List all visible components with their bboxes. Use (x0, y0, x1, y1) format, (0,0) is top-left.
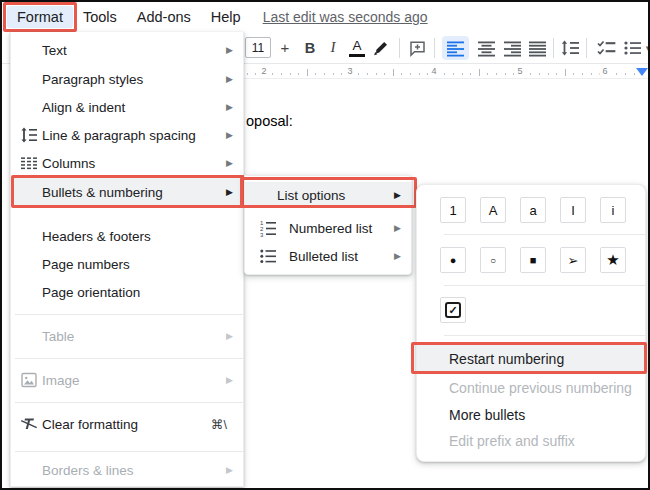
menu-item-label: Edit prefix and suffix (449, 433, 575, 449)
menu-item-numbered-list[interactable]: 1 2 3 Numbered list ▶ (245, 214, 411, 242)
ruler-mark: 5 (514, 66, 525, 76)
add-comment-icon[interactable] (406, 38, 428, 58)
svg-text:3: 3 (260, 232, 264, 237)
menu-item-align-indent[interactable]: Align & indent ▶ (11, 93, 243, 121)
toolbar-divider (586, 38, 587, 58)
number-style-upper-roman[interactable]: I (560, 197, 586, 223)
clear-formatting-icon (20, 415, 38, 433)
menu-item-clear-formatting[interactable]: Clear formatting ⌘\ (11, 410, 243, 438)
justify-button[interactable] (524, 36, 551, 60)
bullet-style-checkbox[interactable]: ✓ (440, 297, 466, 323)
align-left-button[interactable] (442, 36, 469, 60)
submenu-arrow-icon: ▶ (226, 158, 233, 168)
document-text: oposal: (246, 113, 293, 129)
menu-divider (15, 451, 243, 452)
menu-item-paragraph-styles[interactable]: Paragraph styles ▶ (11, 65, 243, 93)
menu-item-label: Borders & lines (42, 463, 134, 478)
menu-item-label: Table (42, 329, 74, 344)
menu-item-label: Bulleted list (289, 249, 358, 264)
menu-help[interactable]: Help (201, 6, 251, 28)
menu-divider (15, 358, 243, 359)
toolbar-divider (553, 38, 554, 58)
bullet-style-star[interactable]: ★ (600, 247, 626, 273)
submenu-arrow-icon: ▶ (226, 74, 233, 84)
menu-divider (444, 234, 645, 235)
line-spacing-icon[interactable] (558, 38, 582, 58)
bullet-style-arrow[interactable]: ➢ (560, 247, 586, 273)
submenu-arrow-icon: ▶ (226, 187, 233, 197)
menu-item-label: Page numbers (42, 257, 130, 272)
menu-item-label: Numbered list (289, 221, 372, 236)
bullet-style-square[interactable]: ■ (520, 247, 546, 273)
menu-item-label: Bullets & numbering (42, 185, 163, 200)
menu-item-bulleted-list[interactable]: Bulleted list ▶ (245, 242, 411, 270)
menu-item-label: Page orientation (42, 285, 140, 300)
bullet-style-circle[interactable]: ○ (480, 247, 506, 273)
menu-item-restart-numbering[interactable]: Restart numbering (417, 345, 645, 372)
number-style-lower-roman[interactable]: i (600, 197, 626, 223)
menu-format-label: Format (17, 9, 63, 25)
menu-divider (15, 402, 243, 403)
list-options-menu-panel: 1 A a I i ● ○ ■ ➢ ★ ✓ Restart numbering … (416, 184, 646, 462)
toolbar-divider (434, 38, 435, 58)
submenu-arrow-icon: ▶ (394, 251, 401, 261)
menu-item-headers-footers[interactable]: Headers & footers (11, 222, 243, 250)
checklist-icon[interactable] (594, 38, 618, 58)
menu-item-label: Text (42, 43, 67, 58)
menu-item-page-numbers[interactable]: Page numbers (11, 250, 243, 278)
align-right-button[interactable] (499, 36, 526, 60)
menu-item-label: Clear formatting (42, 417, 138, 432)
ruler-mark: 4 (428, 66, 439, 76)
font-size-input[interactable]: 11 (245, 37, 271, 58)
menu-item-bullets-numbering[interactable]: Bullets & numbering ▶ (11, 178, 243, 206)
menu-divider (15, 314, 243, 315)
ruler-mark: 3 (344, 66, 355, 76)
menu-format[interactable]: Format (7, 6, 73, 28)
chevron-down-icon[interactable]: ▾ (642, 41, 650, 55)
bold-button[interactable]: B (299, 37, 321, 58)
submenu-arrow-icon: ▶ (226, 130, 233, 140)
last-edit-link[interactable]: Last edit was seconds ago (263, 9, 428, 25)
bulleted-list-icon (259, 247, 277, 265)
shortcut-label: ⌘\ (211, 417, 233, 432)
menu-item-more-bullets[interactable]: More bullets (417, 402, 645, 428)
menu-item-image: Image ▶ (11, 366, 243, 394)
menu-item-label: Headers & footers (42, 229, 151, 244)
menu-item-label: Line & paragraph spacing (42, 128, 196, 143)
submenu-arrow-icon: ▶ (226, 45, 233, 55)
menu-divider (444, 335, 645, 336)
menu-addons[interactable]: Add-ons (127, 6, 201, 28)
text-color-letter: A (352, 38, 361, 53)
submenu-arrow-icon: ▶ (226, 102, 233, 112)
text-color-button[interactable]: A (345, 36, 369, 59)
right-indent-marker[interactable] (636, 68, 648, 76)
menu-item-edit-prefix-suffix: Edit prefix and suffix (417, 428, 645, 454)
menu-item-label: Columns (42, 156, 95, 171)
menu-item-line-paragraph-spacing[interactable]: Line & paragraph spacing ▶ (11, 121, 243, 149)
bulleted-list-toolbar-icon[interactable] (621, 38, 643, 58)
menu-item-label: Restart numbering (449, 351, 564, 367)
format-menu-panel: Text ▶ Paragraph styles ▶ Align & indent… (10, 32, 244, 487)
align-center-button[interactable] (473, 36, 500, 60)
line-spacing-icon (20, 126, 38, 144)
menu-item-label: More bullets (449, 407, 525, 423)
italic-button[interactable]: I (323, 37, 343, 58)
submenu-arrow-icon: ▶ (394, 223, 401, 233)
menu-item-page-orientation[interactable]: Page orientation (11, 278, 243, 306)
menu-item-columns[interactable]: Columns ▶ (11, 149, 243, 177)
highlight-color-icon[interactable] (370, 38, 392, 58)
numbered-list-icon: 1 2 3 (259, 219, 277, 237)
number-style-decimal[interactable]: 1 (440, 197, 466, 223)
ruler-mark: 6 (599, 66, 610, 76)
bullet-style-disc[interactable]: ● (440, 247, 466, 273)
bullets-numbering-submenu-panel: List options ▶ 1 2 3 Numbered list ▶ (244, 175, 412, 275)
number-style-upper-alpha[interactable]: A (480, 197, 506, 223)
menu-item-label: Paragraph styles (42, 72, 143, 87)
menu-item-label: Image (42, 373, 80, 388)
number-style-lower-alpha[interactable]: a (520, 197, 546, 223)
checkbox-check-icon: ✓ (445, 302, 461, 318)
menu-item-list-options[interactable]: List options ▶ (245, 182, 411, 208)
menu-item-text[interactable]: Text ▶ (11, 36, 243, 64)
menu-tools[interactable]: Tools (73, 6, 127, 28)
font-size-increase-button[interactable]: + (276, 37, 294, 58)
